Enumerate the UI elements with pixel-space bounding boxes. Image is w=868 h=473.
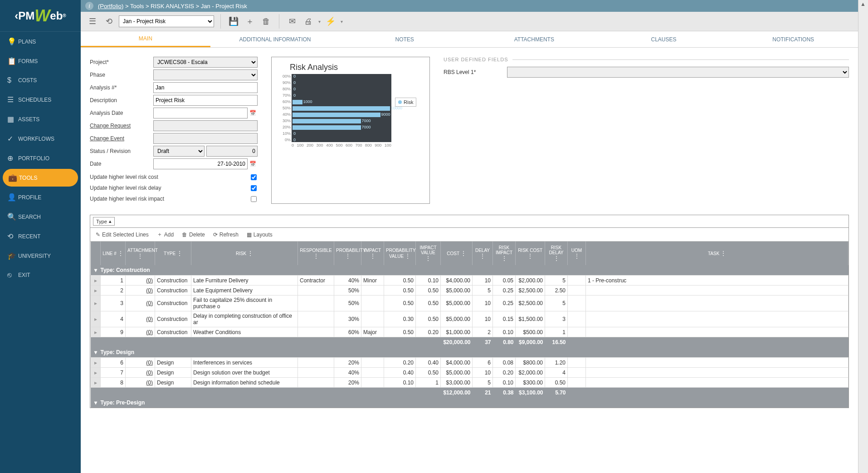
sidebar-item-forms[interactable]: 📋FORMS — [0, 51, 81, 71]
mail-icon[interactable]: ✉ — [286, 15, 298, 28]
sidebar-item-workflows[interactable]: ✓WORKFLOWS — [0, 129, 81, 148]
tab-clauses[interactable]: CLAUSES — [599, 31, 729, 47]
add-button[interactable]: ＋Add — [157, 231, 174, 238]
info-icon[interactable]: i — [85, 2, 93, 10]
chart-box: Risk Analysis 00%90%80%70%60%50%40%30%20… — [271, 57, 430, 204]
sidebar-item-portfolio[interactable]: ⊕PORTFOLIO — [0, 148, 81, 168]
col-risk-cost[interactable]: RISK COST ⋮ — [516, 241, 545, 265]
table-row[interactable]: ▸1(0)ConstructionLate Furniture Delivery… — [91, 276, 848, 286]
col-type[interactable]: TYPE ⋮ — [155, 241, 191, 265]
phase-select[interactable] — [153, 69, 258, 80]
col-risk-impact[interactable]: RISK IMPACT ⋮ — [493, 241, 516, 265]
analysis-date-input[interactable] — [153, 108, 248, 118]
row-handle[interactable]: ▸ — [91, 311, 101, 327]
list-icon[interactable]: ☰ — [86, 15, 99, 28]
print-icon[interactable]: 🖨 — [302, 15, 315, 28]
row-handle[interactable]: ▸ — [91, 286, 101, 296]
grid-group-by[interactable]: Type ▴ — [93, 217, 115, 226]
sidebar-item-plans[interactable]: 💡PLANS — [0, 32, 81, 51]
tab-additional-information[interactable]: ADDITIONAL INFORMATION — [210, 31, 340, 47]
attachment-link[interactable]: (0) — [146, 277, 153, 284]
col-handle[interactable] — [91, 241, 101, 265]
attachment-link[interactable]: (0) — [146, 360, 153, 366]
nav-label: PORTFOLIO — [18, 155, 49, 162]
analysis-num-input[interactable] — [153, 82, 258, 93]
row-handle[interactable]: ▸ — [91, 296, 101, 311]
sidebar-item-assets[interactable]: ▦ASSETS — [0, 109, 81, 129]
calendar-icon[interactable]: 📅 — [248, 158, 258, 169]
edit-lines-button[interactable]: ✎ Edit Selected Lines — [96, 231, 149, 238]
tab-notes[interactable]: NOTES — [340, 31, 469, 47]
update-cost-checkbox[interactable] — [251, 174, 257, 180]
table-row[interactable]: ▸9(0)ConstructionWeather Conditions60%Ma… — [91, 327, 848, 337]
sidebar-item-exit[interactable]: ⎋EXIT — [0, 266, 81, 285]
sidebar-item-search[interactable]: 🔍SEARCH — [0, 207, 81, 227]
description-input[interactable] — [153, 95, 258, 106]
col-task[interactable]: TASK ⋮ — [586, 241, 848, 265]
delete-button[interactable]: 🗑 Delete — [182, 231, 205, 238]
table-row[interactable]: ▸3(0)ConstructionFail to capitalize 25% … — [91, 296, 848, 311]
refresh-button[interactable]: ⟳ Refresh — [213, 231, 239, 238]
layouts-button[interactable]: ▦ Layouts — [247, 231, 273, 238]
col-delay[interactable]: DELAY ⋮ — [473, 241, 493, 265]
col-risk[interactable]: RISK ⋮ — [191, 241, 298, 265]
scroll-up-icon[interactable]: ▲ — [860, 1, 866, 7]
col-probability[interactable]: PROBABILITY ⋮ — [334, 241, 361, 265]
calendar-icon[interactable]: 📅 — [248, 108, 258, 118]
col-probability-value[interactable]: PROBABILITY VALUE ⋮ — [384, 241, 416, 265]
sidebar-item-recent[interactable]: ⟲RECENT — [0, 227, 81, 246]
attachment-link[interactable]: (0) — [146, 370, 153, 376]
sidebar-item-schedules[interactable]: ☰SCHEDULES — [0, 90, 81, 109]
col-impact[interactable]: IMPACT ⋮ — [361, 241, 384, 265]
change-request-label[interactable]: Change Request — [90, 123, 153, 129]
sidebar-item-costs[interactable]: $COSTS — [0, 71, 81, 90]
group-header[interactable]: ▾Type: Design — [91, 347, 848, 358]
add-icon[interactable]: ＋ — [244, 15, 256, 28]
table-row[interactable]: ▸7(0)DesignDesign solution over the budg… — [91, 368, 848, 378]
col-uom[interactable]: UOM ⋮ — [568, 241, 586, 265]
delete-icon[interactable]: 🗑 — [260, 15, 273, 28]
col-line-[interactable]: LINE # ⋮ — [101, 241, 126, 265]
date-input[interactable] — [153, 158, 248, 169]
status-select[interactable]: Draft — [153, 146, 205, 157]
sidebar-item-university[interactable]: 🎓UNIVERSITY — [0, 246, 81, 266]
col-risk-delay[interactable]: RISK DELAY ⋮ — [545, 241, 568, 265]
row-handle[interactable]: ▸ — [91, 327, 101, 337]
tab-attachments[interactable]: ATTACHMENTS — [469, 31, 599, 47]
col-cost[interactable]: COST ⋮ — [441, 241, 473, 265]
update-impact-checkbox[interactable] — [251, 196, 257, 202]
sidebar-item-tools[interactable]: 💼TOOLS — [3, 169, 78, 187]
row-handle[interactable]: ▸ — [91, 368, 101, 378]
attachment-link[interactable]: (0) — [146, 316, 153, 322]
record-select[interactable]: Jan - Project Risk — [119, 15, 214, 27]
col-impact-value[interactable]: IMPACT VALUE ⋮ — [416, 241, 441, 265]
attachment-link[interactable]: (0) — [146, 287, 153, 294]
nav-icon: 🎓 — [7, 251, 18, 260]
table-row[interactable]: ▸4(0)ConstructionDelay in completing con… — [91, 311, 848, 327]
attachment-link[interactable]: (0) — [146, 300, 153, 306]
update-delay-checkbox[interactable] — [251, 185, 257, 191]
attachment-link[interactable]: (0) — [146, 329, 153, 335]
group-header[interactable]: ▾Type: Construction — [91, 265, 848, 276]
project-select[interactable]: JCWECS08 - Escala — [153, 57, 258, 68]
save-icon[interactable]: 💾 — [227, 15, 240, 28]
bolt-icon[interactable]: ⚡ — [324, 15, 337, 28]
table-row[interactable]: ▸6(0)DesignInterferences in services20%0… — [91, 358, 848, 368]
rbs-select[interactable] — [507, 67, 849, 78]
row-handle[interactable]: ▸ — [91, 378, 101, 388]
row-handle[interactable]: ▸ — [91, 276, 101, 286]
row-handle[interactable]: ▸ — [91, 358, 101, 368]
table-row[interactable]: ▸8(0)DesignDesign information behind sch… — [91, 378, 848, 388]
change-event-label[interactable]: Change Event — [90, 135, 153, 142]
col-attachment[interactable]: ATTACHMENT ⋮ — [126, 241, 155, 265]
attachment-link[interactable]: (0) — [146, 379, 153, 386]
history-icon[interactable]: ⟲ — [102, 15, 115, 28]
vertical-scrollbar[interactable]: ▲ — [858, 0, 868, 473]
tab-main[interactable]: MAIN — [81, 31, 210, 47]
breadcrumb-portfolio-link[interactable]: (Portfolio) — [98, 3, 123, 10]
group-header[interactable]: ▾Type: Pre-Design — [91, 398, 848, 408]
sidebar-item-profile[interactable]: 👤PROFILE — [0, 187, 81, 207]
tab-notifications[interactable]: NOTIFICATIONS — [728, 31, 858, 47]
table-row[interactable]: ▸2(0)ConstructionLate Equipment Delivery… — [91, 286, 848, 296]
col-responsible[interactable]: RESPONSIBLE ⋮ — [298, 241, 334, 265]
